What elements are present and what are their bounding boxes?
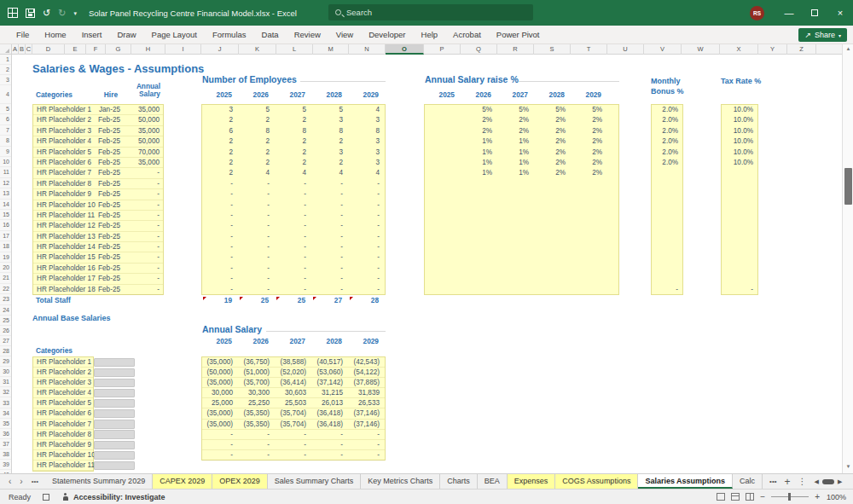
cell[interactable]: - — [202, 264, 239, 274]
cell[interactable]: 31,215 — [312, 388, 349, 397]
employees-total-cell[interactable]: 19 — [201, 295, 238, 306]
cell[interactable] — [652, 211, 682, 221]
scroll-down-icon[interactable]: ▼ — [843, 462, 853, 472]
vertical-scrollbar[interactable]: ▲ ▼ — [842, 44, 853, 473]
cell[interactable]: 2 — [202, 148, 239, 158]
cell[interactable]: 8 — [312, 126, 349, 136]
cell[interactable] — [572, 232, 608, 242]
cell[interactable]: 10.0% — [722, 136, 757, 147]
cell[interactable] — [461, 189, 498, 200]
cell[interactable]: - — [239, 242, 276, 252]
cell[interactable] — [722, 189, 757, 200]
select-all-corner[interactable] — [0, 44, 12, 55]
cell[interactable] — [535, 242, 572, 252]
cell[interactable]: - — [276, 252, 312, 263]
cell[interactable]: Feb-25 — [96, 200, 122, 210]
cell[interactable]: 2.0% — [652, 136, 682, 147]
cell[interactable] — [498, 285, 535, 295]
column-header-Q[interactable]: Q — [461, 44, 497, 55]
base-salary-label[interactable]: HR Placeholder 2 — [33, 368, 93, 378]
row-header-15[interactable]: 15 — [0, 210, 11, 220]
base-salary-input-cell[interactable] — [94, 441, 135, 449]
cell[interactable]: 35,000 — [122, 105, 163, 114]
cell[interactable]: (35,700) — [239, 378, 276, 387]
minimize-button[interactable]: — — [776, 0, 802, 26]
cell[interactable]: 5% — [535, 105, 572, 115]
cell[interactable]: HR Placeholder 14 — [33, 242, 96, 252]
cell[interactable]: 1% — [461, 148, 498, 158]
cell[interactable] — [461, 274, 498, 284]
cell[interactable]: HR Placeholder 9 — [33, 189, 96, 199]
hscroll-left-icon[interactable]: ◀ — [815, 478, 819, 485]
row-header-29[interactable]: 29 — [0, 356, 11, 367]
cell[interactable] — [425, 285, 461, 295]
cell[interactable]: - — [276, 200, 312, 211]
base-salary-label[interactable]: HR Placeholder 3 — [33, 378, 93, 388]
restore-button[interactable] — [802, 0, 827, 26]
cell[interactable] — [425, 200, 461, 211]
ribbon-tab-home[interactable]: Home — [37, 26, 73, 43]
cell[interactable]: Feb-25 — [96, 264, 122, 273]
cell[interactable]: (35,350) — [239, 420, 276, 429]
cell[interactable] — [425, 189, 461, 200]
cell[interactable] — [425, 274, 461, 284]
cell[interactable]: - — [239, 232, 276, 242]
cell[interactable]: (37,142) — [312, 378, 349, 387]
row-header-14[interactable]: 14 — [0, 200, 11, 210]
cell[interactable]: (38,588) — [276, 357, 312, 367]
cell[interactable]: - — [276, 189, 312, 200]
cell[interactable]: (53,060) — [312, 368, 349, 377]
column-header-B[interactable]: B — [19, 44, 26, 55]
close-button[interactable]: × — [827, 0, 853, 26]
base-salary-label[interactable]: HR Placeholder 6 — [33, 408, 93, 419]
cell[interactable]: (54,122) — [349, 368, 386, 377]
row-header-23[interactable]: 23 — [0, 294, 11, 304]
cell[interactable]: - — [122, 221, 163, 230]
column-header-N[interactable]: N — [349, 44, 386, 55]
cell[interactable]: 1% — [498, 158, 535, 168]
cell[interactable] — [425, 168, 461, 178]
cell[interactable]: (42,543) — [349, 357, 386, 367]
cell[interactable]: 2% — [572, 136, 608, 147]
cell[interactable]: - — [312, 264, 349, 274]
cell[interactable]: 2% — [572, 126, 608, 136]
base-salary-input-cell[interactable] — [94, 379, 135, 387]
row-header-19[interactable]: 19 — [0, 252, 11, 263]
cell[interactable]: 3 — [349, 136, 386, 147]
cell[interactable]: Feb-25 — [96, 148, 122, 157]
cell[interactable]: - — [312, 200, 349, 211]
cell[interactable]: - — [312, 221, 349, 231]
cell[interactable]: Feb-25 — [96, 242, 122, 252]
employees-total-cell[interactable]: 27 — [311, 295, 348, 306]
base-salary-input-cell[interactable] — [94, 420, 135, 428]
cell[interactable]: - — [276, 274, 312, 284]
cell[interactable] — [498, 274, 535, 284]
cell[interactable] — [572, 211, 608, 221]
cell[interactable] — [722, 168, 757, 178]
row-header-13[interactable]: 13 — [0, 188, 11, 199]
sheet-tab-capex-2029[interactable]: CAPEX 2029 — [153, 474, 212, 489]
cell[interactable]: - — [202, 200, 239, 211]
ribbon-tab-help[interactable]: Help — [414, 26, 446, 43]
cell[interactable]: 2% — [498, 115, 535, 125]
row-header-22[interactable]: 22 — [0, 284, 11, 294]
cell[interactable]: 2 — [202, 168, 239, 178]
cell[interactable] — [722, 179, 757, 189]
cell[interactable]: 2% — [498, 126, 535, 136]
cell[interactable]: Feb-25 — [96, 232, 122, 241]
cell[interactable] — [425, 105, 461, 115]
row-header-26[interactable]: 26 — [0, 326, 11, 336]
cell[interactable]: 2% — [535, 168, 572, 178]
cell[interactable]: - — [276, 179, 312, 189]
cell[interactable]: - — [202, 450, 239, 460]
cell[interactable]: - — [239, 200, 276, 211]
sheet-tab-sales-summary-charts[interactable]: Sales Summary Charts — [268, 474, 362, 489]
ribbon-tab-insert[interactable]: Insert — [74, 26, 110, 43]
cell[interactable]: HR Placeholder 4 — [33, 136, 96, 146]
cell[interactable]: 5 — [239, 105, 276, 115]
horizontal-scrollbar[interactable]: ◀ ▶ — [815, 478, 843, 485]
cell[interactable]: 2% — [535, 136, 572, 147]
cell[interactable]: - — [652, 285, 682, 295]
row-header-11[interactable]: 11 — [0, 167, 11, 177]
cell[interactable]: - — [349, 200, 386, 211]
